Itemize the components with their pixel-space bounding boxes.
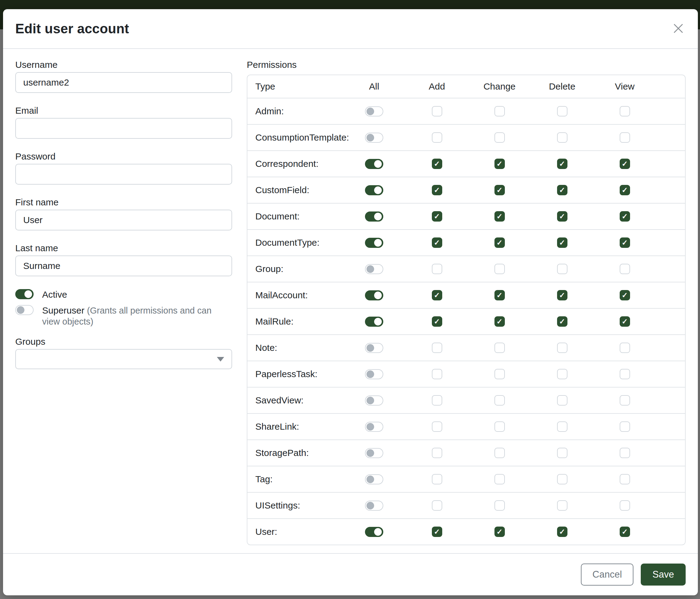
permission-add-checkbox[interactable]: [432, 342, 442, 353]
superuser-toggle[interactable]: [15, 305, 33, 315]
permission-add-checkbox[interactable]: [432, 422, 442, 432]
last-name-input[interactable]: [15, 256, 232, 276]
permission-type-label: ShareLink:: [247, 422, 343, 432]
permission-view-checkbox[interactable]: ✓: [620, 211, 630, 221]
permission-change-checkbox[interactable]: ✓: [495, 159, 505, 169]
permission-add-checkbox[interactable]: [432, 474, 442, 484]
permission-delete-checkbox[interactable]: ✓: [557, 527, 568, 537]
permission-all-toggle[interactable]: [365, 212, 383, 221]
toggle-knob: [367, 370, 374, 378]
permission-all-toggle[interactable]: [365, 396, 383, 406]
permission-delete-checkbox[interactable]: [557, 500, 568, 511]
close-button[interactable]: [671, 21, 686, 36]
permission-view-checkbox[interactable]: ✓: [620, 159, 630, 169]
permission-row: MailAccount:✓✓✓✓: [247, 282, 685, 308]
permission-change-checkbox[interactable]: [495, 106, 505, 116]
permission-view-checkbox[interactable]: ✓: [620, 316, 630, 327]
permission-all-toggle[interactable]: [365, 527, 383, 537]
permission-all-toggle[interactable]: [365, 290, 383, 301]
permission-view-checkbox[interactable]: ✓: [620, 290, 630, 301]
groups-select[interactable]: [15, 349, 232, 369]
permission-delete-checkbox[interactable]: [557, 132, 568, 143]
permission-change-checkbox[interactable]: [495, 264, 505, 274]
permission-change-checkbox[interactable]: [495, 342, 505, 353]
permission-change-checkbox[interactable]: [495, 422, 505, 432]
permission-all-toggle[interactable]: [365, 185, 383, 195]
permission-all-toggle[interactable]: [365, 317, 383, 327]
permission-view-checkbox[interactable]: [620, 500, 630, 511]
permission-change-checkbox[interactable]: [495, 132, 505, 143]
permission-view-checkbox[interactable]: [620, 422, 630, 432]
first-name-input[interactable]: [15, 210, 232, 231]
permission-all-toggle[interactable]: [365, 474, 383, 484]
permission-delete-checkbox[interactable]: [557, 395, 568, 406]
permission-all-toggle[interactable]: [365, 343, 383, 353]
permission-view-checkbox[interactable]: ✓: [620, 185, 630, 195]
active-toggle[interactable]: [15, 289, 33, 299]
permission-delete-checkbox[interactable]: [557, 342, 568, 353]
permission-change-checkbox[interactable]: ✓: [495, 185, 505, 195]
permission-row: ShareLink:: [247, 413, 685, 439]
permission-view-checkbox[interactable]: [620, 395, 630, 406]
permission-view-checkbox[interactable]: [620, 264, 630, 274]
permission-delete-checkbox[interactable]: [557, 474, 568, 484]
permission-add-checkbox[interactable]: ✓: [432, 290, 442, 301]
permission-change-checkbox[interactable]: ✓: [495, 527, 505, 537]
permission-add-checkbox[interactable]: ✓: [432, 211, 442, 221]
permission-change-checkbox[interactable]: [495, 500, 505, 511]
permission-view-checkbox[interactable]: [620, 448, 630, 458]
permission-add-checkbox[interactable]: [432, 500, 442, 511]
permission-add-checkbox[interactable]: [432, 395, 442, 406]
permission-add-checkbox[interactable]: ✓: [432, 527, 442, 537]
permission-delete-checkbox[interactable]: [557, 448, 568, 458]
permission-change-checkbox[interactable]: ✓: [495, 316, 505, 327]
password-input[interactable]: [15, 164, 232, 185]
permission-add-checkbox[interactable]: ✓: [432, 159, 442, 169]
permission-all-toggle[interactable]: [365, 159, 383, 169]
permission-delete-checkbox[interactable]: [557, 369, 568, 379]
permission-change-checkbox[interactable]: ✓: [495, 211, 505, 221]
permission-all-toggle[interactable]: [365, 106, 383, 116]
permission-view-checkbox[interactable]: [620, 342, 630, 353]
permission-change-checkbox[interactable]: ✓: [495, 237, 505, 248]
permission-all-toggle[interactable]: [365, 238, 383, 248]
permission-all-toggle[interactable]: [365, 369, 383, 379]
permission-all-toggle[interactable]: [365, 264, 383, 274]
permission-delete-checkbox[interactable]: ✓: [557, 237, 568, 248]
permission-view-checkbox[interactable]: [620, 132, 630, 143]
permission-all-toggle[interactable]: [365, 448, 383, 458]
permission-change-checkbox[interactable]: ✓: [495, 290, 505, 301]
permission-delete-checkbox[interactable]: ✓: [557, 316, 568, 327]
permission-view-checkbox[interactable]: [620, 369, 630, 379]
permission-add-checkbox[interactable]: ✓: [432, 316, 442, 327]
cancel-button[interactable]: Cancel: [581, 564, 634, 585]
permission-delete-checkbox[interactable]: ✓: [557, 159, 568, 169]
permission-view-checkbox[interactable]: [620, 474, 630, 484]
permission-delete-checkbox[interactable]: ✓: [557, 185, 568, 195]
permission-delete-checkbox[interactable]: [557, 106, 568, 116]
permission-add-checkbox[interactable]: [432, 448, 442, 458]
permission-all-toggle[interactable]: [365, 422, 383, 432]
permission-change-checkbox[interactable]: [495, 369, 505, 379]
email-input[interactable]: [15, 118, 232, 139]
permission-add-checkbox[interactable]: [432, 369, 442, 379]
permission-view-checkbox[interactable]: [620, 106, 630, 116]
permission-add-checkbox[interactable]: [432, 264, 442, 274]
permission-delete-checkbox[interactable]: [557, 264, 568, 274]
permission-delete-checkbox[interactable]: ✓: [557, 290, 568, 301]
permission-all-toggle[interactable]: [365, 133, 383, 143]
permission-all-toggle[interactable]: [365, 501, 383, 511]
permission-change-checkbox[interactable]: [495, 474, 505, 484]
permission-delete-checkbox[interactable]: [557, 422, 568, 432]
username-input[interactable]: [15, 72, 232, 93]
permission-add-checkbox[interactable]: ✓: [432, 237, 442, 248]
permission-change-checkbox[interactable]: [495, 395, 505, 406]
permission-view-checkbox[interactable]: ✓: [620, 237, 630, 248]
permission-change-checkbox[interactable]: [495, 448, 505, 458]
permission-delete-checkbox[interactable]: ✓: [557, 211, 568, 221]
permission-add-checkbox[interactable]: [432, 132, 442, 143]
permission-view-checkbox[interactable]: ✓: [620, 527, 630, 537]
permission-add-checkbox[interactable]: ✓: [432, 185, 442, 195]
permission-add-checkbox[interactable]: [432, 106, 442, 116]
save-button[interactable]: Save: [641, 564, 686, 585]
